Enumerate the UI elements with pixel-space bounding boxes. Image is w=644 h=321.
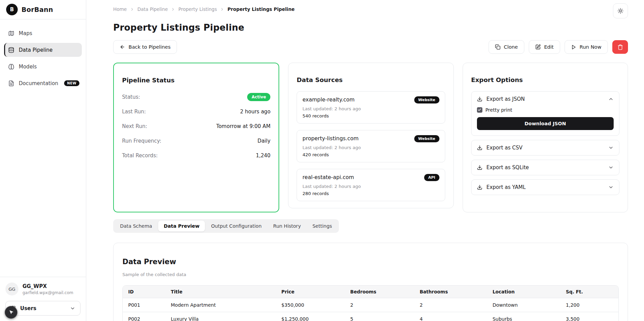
- edit-button-label: Edit: [544, 44, 554, 50]
- export-json-label: Export as JSON: [486, 96, 525, 102]
- sidebar-item-models[interactable]: Models: [4, 60, 82, 74]
- mouse-cursor: [5, 306, 17, 319]
- clone-button-label: Clone: [504, 44, 518, 50]
- breadcrumb-data-pipeline[interactable]: Data Pipeline: [137, 6, 168, 12]
- pencil-icon: [535, 44, 541, 50]
- breadcrumb-current: Property Listings Pipeline: [227, 6, 295, 12]
- source-updated: Last updated: 2 hours ago: [302, 106, 439, 111]
- users-dropdown-value: Users: [20, 305, 36, 311]
- download-icon: [477, 184, 482, 190]
- brand-name: BorBann: [21, 6, 53, 13]
- source-updated: Last updated: 2 hours ago: [302, 145, 439, 150]
- table-header-row: ID Title Price Bedrooms Bathrooms Locati…: [123, 286, 618, 298]
- export-sqlite-accordion: Export as SQLite: [471, 160, 619, 175]
- data-preview-card: Data Preview Sample of the collected dat…: [113, 243, 628, 321]
- column-header-id: ID: [123, 286, 165, 298]
- export-csv-label: Export as CSV: [486, 145, 523, 151]
- source-name: property-listings.com: [302, 135, 359, 142]
- data-source-item[interactable]: example-realty.com Website Last updated:…: [297, 91, 445, 124]
- cell-sqft: 3,500: [560, 312, 618, 321]
- clone-button[interactable]: Clone: [489, 40, 524, 54]
- detail-tabs: Data Schema Data Preview Output Configur…: [113, 219, 339, 233]
- tab-data-preview[interactable]: Data Preview: [158, 221, 205, 231]
- status-row: Next Run: Tomorrow at 9:00 AM: [122, 122, 270, 130]
- run-frequency-label: Run Frequency:: [122, 138, 161, 144]
- run-now-button-label: Run Now: [580, 44, 601, 50]
- pretty-print-option[interactable]: Pretty print: [477, 107, 614, 113]
- data-sources-card: Data Sources example-realty.com Website …: [288, 63, 453, 208]
- last-run-value: 2 hours ago: [240, 109, 270, 115]
- user-profile[interactable]: GG GG_WPX garfield.wpx@gmail.com: [5, 283, 80, 295]
- status-row: Last Run: 2 hours ago: [122, 108, 270, 116]
- status-row: Total Records: 1,240: [122, 151, 270, 160]
- brand-logo: B: [6, 4, 18, 15]
- column-header-bathrooms: Bathrooms: [414, 286, 487, 298]
- sidebar-nav: Maps Data Pipeline Models Documentation: [0, 19, 86, 97]
- source-records: 280 records: [302, 191, 439, 196]
- cell-location: Suburbs: [487, 312, 560, 321]
- table-row: P001 Modern Apartment $350,000 2 2 Downt…: [123, 298, 618, 312]
- tab-settings[interactable]: Settings: [307, 221, 337, 231]
- sun-icon: [617, 8, 624, 14]
- brain-icon: [8, 64, 14, 70]
- cell-id: P001: [123, 298, 165, 312]
- checkbox-checked-icon[interactable]: [477, 107, 482, 113]
- pipeline-status-card: Pipeline Status Status: Active Last Run:…: [113, 63, 279, 212]
- cell-bathrooms: 2: [414, 298, 487, 312]
- status-row: Run Frequency: Daily: [122, 137, 270, 145]
- cell-title: Luxury Villa: [165, 312, 276, 321]
- breadcrumb-property-listings[interactable]: Property Listings: [178, 6, 217, 12]
- app-window: B BorBann Maps Data Pipeline Models: [0, 0, 644, 321]
- cell-price: $350,000: [276, 298, 345, 312]
- sidebar-item-label: Data Pipeline: [19, 47, 53, 53]
- export-json-header[interactable]: Export as JSON: [471, 92, 619, 107]
- avatar: GG: [5, 283, 18, 295]
- run-now-button[interactable]: Run Now: [565, 40, 608, 54]
- cell-id: P002: [123, 312, 165, 321]
- sidebar-item-label: Maps: [19, 30, 32, 36]
- sidebar-item-documentation[interactable]: Documentation NEW: [4, 76, 82, 90]
- tab-run-history[interactable]: Run History: [268, 221, 306, 231]
- column-header-sqft: Sq. Ft.: [560, 286, 618, 298]
- source-records: 420 records: [302, 152, 439, 157]
- source-updated: Last updated: 2 hours ago: [302, 184, 439, 189]
- export-sqlite-header[interactable]: Export as SQLite: [471, 160, 619, 175]
- breadcrumb-home[interactable]: Home: [113, 6, 127, 12]
- export-yaml-header[interactable]: Export as YAML: [471, 180, 619, 195]
- cell-title: Modern Apartment: [165, 298, 276, 312]
- export-yaml-accordion: Export as YAML: [471, 179, 619, 195]
- file-text-icon: [8, 80, 14, 86]
- tab-output-configuration[interactable]: Output Configuration: [206, 221, 267, 231]
- column-header-bedrooms: Bedrooms: [345, 286, 414, 298]
- trash-icon: [617, 44, 623, 50]
- chevron-down-icon: [608, 165, 614, 170]
- back-to-pipelines-button[interactable]: Back to Pipelines: [113, 40, 177, 54]
- sidebar-item-maps[interactable]: Maps: [4, 26, 82, 40]
- data-source-item[interactable]: property-listings.com Website Last updat…: [297, 130, 445, 162]
- chevron-right-icon: [220, 7, 224, 12]
- arrow-left-icon: [120, 44, 125, 50]
- download-icon: [477, 165, 482, 170]
- edit-button[interactable]: Edit: [529, 40, 560, 54]
- delete-button[interactable]: [612, 40, 628, 54]
- data-source-item[interactable]: real-estate-api.com API Last updated: 2 …: [297, 169, 445, 201]
- export-csv-accordion: Export as CSV: [471, 140, 619, 156]
- play-icon: [571, 45, 576, 50]
- theme-toggle-button[interactable]: [613, 3, 628, 18]
- download-json-button[interactable]: Download JSON: [477, 117, 614, 130]
- download-icon: [477, 96, 482, 102]
- data-preview-title: Data Preview: [122, 258, 619, 266]
- status-label: Status:: [122, 94, 140, 100]
- export-json-accordion: Export as JSON Pretty print: [471, 91, 619, 136]
- source-name: real-estate-api.com: [302, 174, 354, 180]
- page-title: Property Listings Pipeline: [113, 22, 628, 33]
- next-run-value: Tomorrow at 9:00 AM: [216, 123, 270, 129]
- chevron-down-icon: [608, 145, 614, 150]
- tab-data-schema[interactable]: Data Schema: [115, 221, 158, 231]
- last-run-label: Last Run:: [122, 109, 146, 115]
- sidebar-item-data-pipeline[interactable]: Data Pipeline: [4, 43, 82, 57]
- chevron-right-icon: [171, 7, 175, 12]
- export-yaml-label: Export as YAML: [486, 184, 526, 190]
- pretty-print-label: Pretty print: [485, 107, 512, 113]
- export-csv-header[interactable]: Export as CSV: [471, 140, 619, 155]
